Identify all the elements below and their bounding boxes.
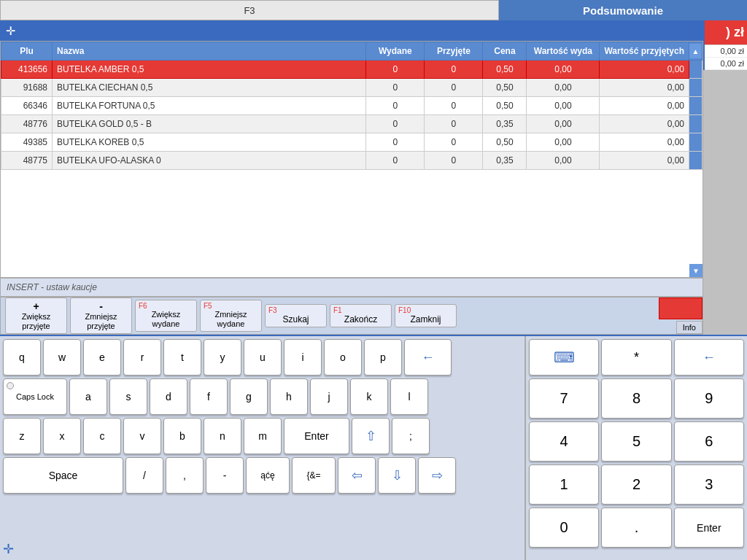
- btn-increase-przyjete[interactable]: + Zwiększprzyjęte: [5, 298, 67, 334]
- col-wartosc-przyjete: Wartość przyjętych: [600, 42, 689, 61]
- bottom-move-icon[interactable]: ✛: [3, 541, 14, 557]
- caps-indicator: [7, 382, 14, 389]
- key-d[interactable]: d: [150, 378, 187, 415]
- keyboard-row-3: z x c v b n m Enter ⇧ ;: [0, 416, 525, 456]
- podsumowanie-label: Podsumowanie: [583, 4, 663, 17]
- title-bar: ✛ Kaucje: [0, 20, 747, 41]
- insert-hint: INSERT - ustaw kaucje: [0, 278, 703, 297]
- key-5[interactable]: 5: [601, 421, 671, 462]
- table-container: Plu Nazwa Wydane Przyjęte Cena Wartość w…: [0, 41, 703, 278]
- data-table: Plu Nazwa Wydane Przyjęte Cena Wartość w…: [1, 42, 703, 170]
- action-red-btn[interactable]: [659, 298, 703, 319]
- key-semicolon[interactable]: ;: [392, 418, 430, 454]
- key-u[interactable]: u: [244, 339, 282, 376]
- scroll-up[interactable]: ▲: [689, 44, 702, 58]
- col-przyjete: Przyjęte: [425, 42, 483, 61]
- key-e[interactable]: e: [83, 339, 121, 376]
- keyboard-row-2: Caps Lock a s d f g h j k l: [0, 377, 525, 416]
- btn-zamknij[interactable]: F10 Zamknij: [395, 304, 457, 327]
- key-s[interactable]: s: [109, 378, 147, 415]
- numpad-row-4: 1 2 3: [526, 463, 747, 506]
- key-j[interactable]: j: [310, 378, 348, 415]
- zl-line1: 0,00 zł: [705, 45, 747, 58]
- main-keyboard: q w e r t y u i o p ← Caps Lock a s: [0, 336, 525, 560]
- key-comma[interactable]: ,: [166, 457, 204, 494]
- key-9[interactable]: 9: [674, 378, 744, 419]
- podsumowanie-tab[interactable]: Podsumowanie: [499, 0, 747, 20]
- key-n[interactable]: n: [204, 418, 241, 454]
- key-m[interactable]: m: [244, 418, 282, 454]
- numpad-row-5: 0 . Enter: [526, 506, 747, 551]
- table-row[interactable]: 413656BUTELKA AMBER 0,5000,500,000,00: [1, 61, 703, 79]
- key-6[interactable]: 6: [674, 421, 744, 462]
- table-row[interactable]: 66346BUTELKA FORTUNA 0,5000,500,000,00: [1, 97, 703, 115]
- btn-zakoncz[interactable]: F1 Zakończ: [330, 304, 392, 327]
- keyboard-row-4: Space / , - ąćę {&= ⇦ ⇩ ⇨: [0, 456, 525, 495]
- key-asterisk[interactable]: *: [601, 339, 671, 376]
- table-row[interactable]: 48776BUTELKA GOLD 0,5 - B000,350,000,00: [1, 115, 703, 133]
- numpad-row-2: 7 8 9: [526, 377, 747, 420]
- btn-decrease-wydane[interactable]: F5 Zmniejszwydane: [200, 300, 262, 332]
- move-icon[interactable]: ✛: [6, 24, 15, 38]
- btn-decrease-przyjete[interactable]: - Zmniejszprzyjęte: [70, 298, 132, 334]
- numpad-row-1: ⌨ * ←: [526, 336, 747, 377]
- info-button[interactable]: Info: [676, 321, 703, 334]
- key-8[interactable]: 8: [601, 378, 671, 419]
- key-1[interactable]: 1: [529, 464, 599, 505]
- key-caps-lock[interactable]: Caps Lock: [3, 378, 67, 415]
- key-dot[interactable]: .: [601, 508, 671, 548]
- key-keyboard-toggle[interactable]: ⌨: [529, 339, 599, 376]
- key-space[interactable]: Space: [3, 457, 123, 494]
- table-row[interactable]: 48775BUTELKA UFO-ALASKA 0000,350,000,00: [1, 152, 703, 170]
- key-f[interactable]: f: [190, 378, 228, 415]
- key-r[interactable]: r: [123, 339, 161, 376]
- table-row[interactable]: 49385BUTELKA KOREB 0,5000,500,000,00: [1, 133, 703, 152]
- key-b[interactable]: b: [163, 418, 201, 454]
- zl-badge: ) zł: [705, 20, 747, 45]
- numpad-row-3: 4 5 6: [526, 420, 747, 463]
- key-0[interactable]: 0: [529, 508, 599, 548]
- key-p[interactable]: p: [364, 339, 402, 376]
- keyboard-row-1: q w e r t y u i o p ←: [0, 336, 525, 377]
- key-v[interactable]: v: [123, 418, 161, 454]
- key-num-backspace[interactable]: ←: [674, 339, 744, 376]
- btn-increase-wydane[interactable]: F6 Zwiększwydane: [135, 300, 197, 332]
- numpad: ⌨ * ← 7 8 9 4 5 6 1 2 3: [525, 336, 747, 560]
- key-7[interactable]: 7: [529, 378, 599, 419]
- right-panel: ) zł 0,00 zł 0,00 zł: [703, 20, 747, 70]
- key-l[interactable]: l: [390, 378, 428, 415]
- key-polish[interactable]: ąćę: [246, 457, 290, 494]
- key-g[interactable]: g: [230, 378, 268, 415]
- key-backspace[interactable]: ←: [404, 339, 452, 376]
- key-k[interactable]: k: [350, 378, 388, 415]
- btn-szukaj[interactable]: F3 Szukaj: [265, 304, 327, 327]
- key-t[interactable]: t: [163, 339, 201, 376]
- key-enter[interactable]: Enter: [284, 418, 349, 454]
- key-y[interactable]: y: [204, 339, 241, 376]
- key-special[interactable]: {&=: [292, 457, 336, 494]
- key-a[interactable]: a: [69, 378, 107, 415]
- key-num-enter[interactable]: Enter: [674, 508, 744, 548]
- key-z[interactable]: z: [3, 418, 41, 454]
- key-minus[interactable]: -: [206, 457, 244, 494]
- col-scroll: ▲: [689, 42, 703, 61]
- table-row[interactable]: 91688BUTELKA CIECHAN 0,5000,500,000,00: [1, 79, 703, 97]
- key-4[interactable]: 4: [529, 421, 599, 462]
- f3-tab[interactable]: F3: [0, 0, 499, 20]
- key-c[interactable]: c: [83, 418, 121, 454]
- key-q[interactable]: q: [3, 339, 41, 376]
- key-3[interactable]: 3: [674, 464, 744, 505]
- key-arrow-down[interactable]: ⇩: [378, 457, 416, 494]
- scroll-down[interactable]: ▼: [689, 264, 703, 277]
- key-x[interactable]: x: [43, 418, 81, 454]
- key-2[interactable]: 2: [601, 464, 671, 505]
- key-arrow-right[interactable]: ⇨: [418, 457, 456, 494]
- key-arrow-left[interactable]: ⇦: [338, 457, 376, 494]
- key-h[interactable]: h: [270, 378, 308, 415]
- key-i[interactable]: i: [284, 339, 322, 376]
- key-w[interactable]: w: [43, 339, 81, 376]
- col-cena: Cena: [483, 42, 527, 61]
- key-slash[interactable]: /: [125, 457, 163, 494]
- key-shift[interactable]: ⇧: [352, 418, 390, 454]
- key-o[interactable]: o: [324, 339, 362, 376]
